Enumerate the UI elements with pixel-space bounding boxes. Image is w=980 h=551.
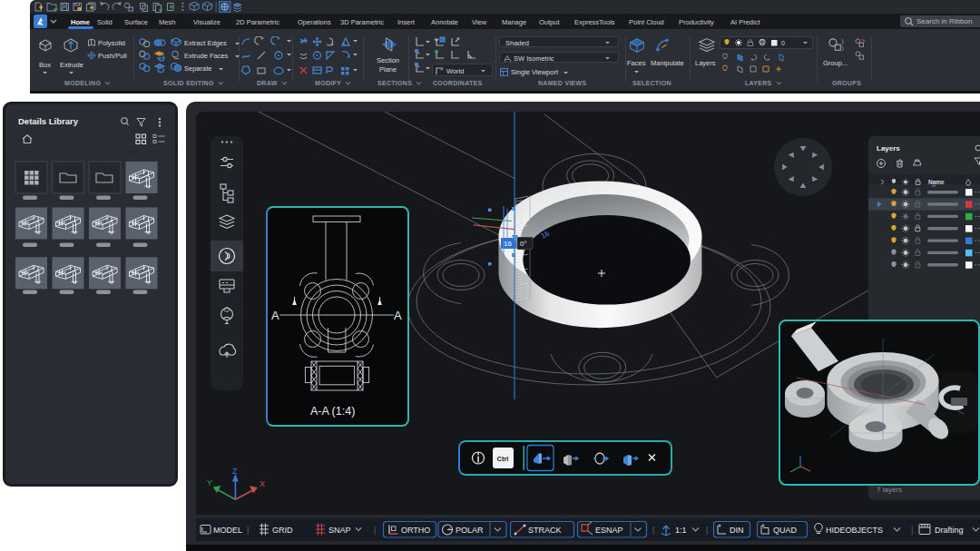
svg-text:ORTHO: ORTHO [401,526,430,535]
svg-text:DIN: DIN [730,526,744,535]
svg-text:SNAP: SNAP [328,526,351,535]
svg-text:Y: Y [207,478,212,487]
svg-text:GRID: GRID [272,526,293,535]
svg-text:POLAR: POLAR [456,526,484,535]
svg-text:1:1: 1:1 [675,526,687,535]
svg-text:HIDEOBJECTS: HIDEOBJECTS [826,526,883,535]
svg-text:A: A [271,309,279,322]
svg-text:Name: Name [928,179,945,185]
svg-text:|: | [706,526,708,535]
svg-text:A: A [394,309,402,322]
svg-text:|: | [374,526,376,535]
svg-text:X: X [260,479,265,488]
svg-text:0: 0 [781,40,785,46]
svg-text:16: 16 [504,240,512,248]
svg-text:ESNAP: ESNAP [595,526,623,535]
svg-text:A-A (1:4): A-A (1:4) [310,405,355,418]
svg-text:|: | [652,526,654,535]
svg-text:Drafting: Drafting [935,526,964,535]
svg-text:MODEL: MODEL [213,526,242,535]
svg-text:Z: Z [232,467,238,476]
svg-text:QUAD: QUAD [773,526,798,535]
svg-text:|: | [911,526,913,535]
svg-text:STRACK: STRACK [528,526,562,535]
svg-text:Ctrl: Ctrl [497,455,509,463]
svg-text:0°: 0° [520,240,527,248]
svg-text:|: | [247,526,249,535]
